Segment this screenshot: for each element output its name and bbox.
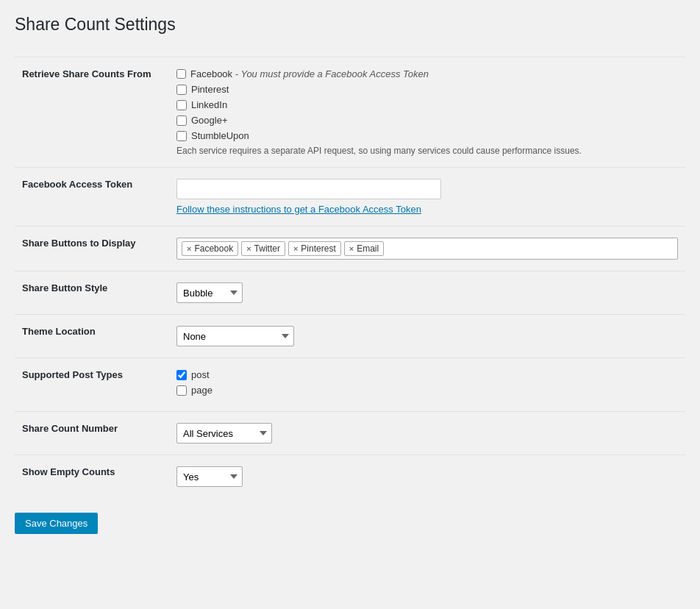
tag-email-label: Email [357,243,379,254]
stumbleupon-label[interactable]: StumbleUpon [191,130,249,141]
tag-pinterest-remove[interactable]: × [293,244,298,253]
share-button-style-select[interactable]: Bubble Classic Minimal [176,282,243,303]
share-count-number-label: Share Count Number [22,423,118,434]
post-type-page-label[interactable]: page [191,385,213,396]
tag-pinterest-label: Pinterest [301,243,335,254]
retrieve-helper-text: Each service requires a separate API req… [176,146,654,156]
tag-email[interactable]: × Email [344,241,384,256]
tag-twitter[interactable]: × Twitter [241,241,285,256]
save-changes-button[interactable]: Save Changes [15,513,98,534]
facebook-row: Facebook - You must provide a Facebook A… [176,68,678,79]
googleplus-checkbox[interactable] [176,115,187,126]
tag-email-remove[interactable]: × [349,244,354,253]
post-type-page-checkbox[interactable] [176,385,187,396]
facebook-note: - You must provide a Facebook Access Tok… [235,68,429,79]
theme-location-label: Theme Location [22,326,96,337]
tag-twitter-label: Twitter [254,243,280,254]
tag-pinterest[interactable]: × Pinterest [288,241,341,256]
theme-location-select[interactable]: None Before Content After Content [176,326,294,346]
post-types-label: Supported Post Types [22,369,123,380]
tag-facebook[interactable]: × Facebook [182,241,238,256]
share-buttons-label: Share Buttons to Display [22,238,136,249]
facebook-token-link[interactable]: Follow these instructions to get a Faceb… [176,204,421,215]
share-button-style-label: Share Button Style [22,282,107,293]
facebook-label-text[interactable]: Facebook - You must provide a Facebook A… [190,68,429,79]
tag-facebook-remove[interactable]: × [187,244,191,253]
pinterest-label[interactable]: Pinterest [191,84,229,95]
post-type-post-checkbox[interactable] [176,370,187,380]
facebook-checkbox[interactable] [176,69,186,79]
linkedin-checkbox[interactable] [176,100,187,110]
linkedin-label[interactable]: LinkedIn [191,99,227,110]
post-type-post-label[interactable]: post [191,369,210,380]
share-count-number-select[interactable]: All Services Facebook Twitter Pinterest [176,423,272,444]
tag-twitter-remove[interactable]: × [246,244,251,253]
facebook-token-label: Facebook Access Token [22,179,132,190]
stumbleupon-checkbox[interactable] [176,131,187,141]
show-empty-counts-select[interactable]: Yes No [176,466,243,487]
tag-facebook-label: Facebook [194,243,233,254]
googleplus-label[interactable]: Google+ [191,115,228,126]
facebook-token-input[interactable] [176,179,441,199]
retrieve-label: Retrieve Share Counts From [22,68,151,79]
page-title: Share Count Settings [15,15,685,42]
show-empty-counts-label: Show Empty Counts [22,466,115,477]
pinterest-checkbox[interactable] [176,85,187,95]
share-buttons-container[interactable]: × Facebook × Twitter × Pinterest × Email [176,238,678,260]
